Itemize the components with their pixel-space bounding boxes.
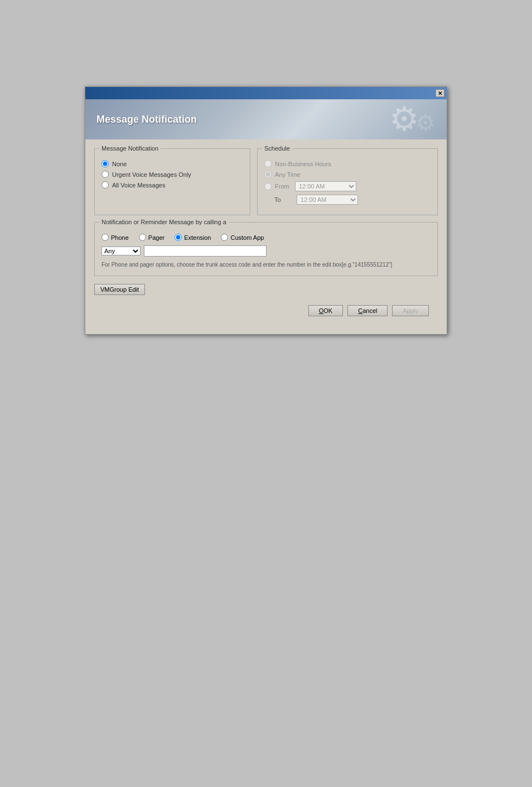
- sched-anytime-row: Any Time: [264, 171, 431, 178]
- sched-nonbiz-row: Non-Business Hours: [264, 160, 431, 167]
- to-row: To 12:00 AM: [264, 195, 431, 205]
- radio-all-row: All Voice Messages: [101, 181, 243, 189]
- cancel-button[interactable]: Cancel: [347, 305, 388, 316]
- sched-anytime-label: Any Time: [275, 171, 336, 178]
- radio-urgent[interactable]: [101, 171, 109, 178]
- call-pager-radio[interactable]: [139, 234, 146, 241]
- cancel-label-text: Cancel: [358, 307, 377, 314]
- header-banner: Message Notification ⚙ ⚙: [85, 99, 447, 139]
- radio-none-row: None: [101, 160, 243, 167]
- call-phone-item: Phone: [101, 234, 129, 241]
- apply-label-text: Apply: [403, 307, 418, 314]
- to-time-select[interactable]: 12:00 AM: [297, 195, 358, 205]
- vmgroup-edit-button[interactable]: VMGroup Edit: [94, 284, 145, 295]
- gear-icon: ⚙: [389, 103, 419, 136]
- schedule-legend: Schedule: [262, 145, 292, 152]
- radio-all[interactable]: [101, 181, 109, 189]
- call-phone-label: Phone: [111, 234, 129, 241]
- radio-none[interactable]: [101, 160, 109, 167]
- call-customapp-label: Custom App: [230, 234, 264, 241]
- sched-from-radio[interactable]: [264, 183, 272, 190]
- call-phone-radio[interactable]: [101, 234, 109, 241]
- dialog-footer: OOK Cancel Apply: [94, 303, 438, 325]
- sched-nonbiz-label: Non-Business Hours: [275, 161, 336, 167]
- gear-decoration: ⚙ ⚙: [389, 103, 436, 136]
- radio-urgent-label: Urgent Voice Messages Only: [112, 171, 191, 178]
- sched-from-label: From: [275, 183, 295, 190]
- notification-calling-legend: Notification or Reminder Message by call…: [99, 219, 229, 225]
- dialog-body: Message Notification None Urgent Voice M…: [85, 139, 447, 334]
- call-extension-radio[interactable]: [175, 234, 182, 241]
- apply-button[interactable]: Apply: [392, 305, 429, 316]
- sched-nonbiz-radio[interactable]: [264, 160, 272, 167]
- title-bar: ✕: [85, 87, 447, 99]
- header-title: Message Notification: [96, 114, 197, 125]
- calling-options-row: Phone Pager Extension Custom App: [101, 234, 431, 241]
- call-extension-item: Extension: [175, 234, 211, 241]
- top-panels: Message Notification None Urgent Voice M…: [94, 148, 438, 215]
- ok-underline: OOK: [319, 307, 332, 314]
- call-customapp-item: Custom App: [221, 234, 264, 241]
- call-extension-label: Extension: [184, 234, 211, 241]
- message-notification-group: Message Notification None Urgent Voice M…: [94, 148, 250, 215]
- sched-from-row: From 12:00 AM: [264, 181, 431, 191]
- call-customapp-radio[interactable]: [221, 234, 228, 241]
- from-time-select[interactable]: 12:00 AM: [295, 181, 356, 191]
- dialog-window: ✕ Message Notification ⚙ ⚙ Message Notif…: [85, 86, 447, 335]
- radio-none-label: None: [112, 161, 127, 167]
- gear-icon-2: ⚙: [415, 112, 436, 134]
- calling-input-row: Any: [101, 245, 431, 257]
- msg-notification-legend: Message Notification: [99, 145, 161, 152]
- radio-all-label: All Voice Messages: [112, 182, 165, 189]
- any-select[interactable]: Any: [101, 247, 141, 255]
- ok-button[interactable]: OOK: [308, 305, 343, 316]
- notification-calling-group: Notification or Reminder Message by call…: [94, 222, 438, 276]
- to-label: To: [274, 196, 297, 203]
- radio-urgent-row: Urgent Voice Messages Only: [101, 171, 243, 178]
- close-button[interactable]: ✕: [436, 89, 444, 97]
- help-text: For Phone and pager options, choose the …: [101, 261, 431, 269]
- sched-anytime-radio[interactable]: [264, 171, 272, 178]
- call-pager-label: Pager: [148, 234, 165, 241]
- schedule-group: Schedule Non-Business Hours Any Time Fro…: [257, 148, 438, 215]
- vmgroup-section: VMGroup Edit: [94, 284, 438, 303]
- extension-input[interactable]: [144, 245, 267, 257]
- call-pager-item: Pager: [139, 234, 165, 241]
